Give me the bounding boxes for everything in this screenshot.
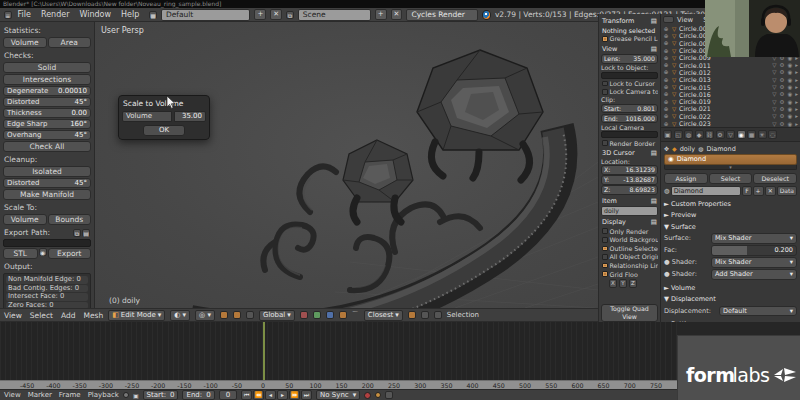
modifier-icon[interactable]: ▽ — [772, 99, 776, 105]
volume-section[interactable]: ► Volume — [664, 281, 797, 293]
wrench-icon[interactable]: ⚙ — [779, 84, 784, 90]
assign-button[interactable]: Assign — [664, 173, 708, 184]
delete-layout-button[interactable]: ✕ — [270, 9, 282, 20]
visibility-icon[interactable]: ◉ — [787, 84, 792, 90]
new-material-button[interactable]: + — [753, 186, 764, 196]
outliner-item[interactable]: ⊕▽Circle.023▽⚙◉▸ — [663, 120, 798, 127]
screen-icon[interactable]: ⧉ — [286, 11, 294, 19]
expand-icon[interactable]: ⊕ — [663, 55, 669, 61]
expand-icon[interactable]: ⊕ — [663, 121, 669, 127]
pivot-selector[interactable]: ◎ ▾ — [195, 310, 215, 321]
cursor-y-value[interactable]: -13.82687 — [623, 176, 655, 184]
clip-start-value[interactable]: 0.801 — [637, 105, 655, 113]
select-icon[interactable]: ▸ — [795, 121, 798, 127]
wrench-icon[interactable]: ⚙ — [779, 121, 784, 127]
scale-bounds-button[interactable]: Bounds — [48, 214, 92, 225]
select-icon[interactable]: ▸ — [795, 84, 798, 90]
select-icon[interactable]: ▸ — [795, 77, 798, 83]
expand-icon[interactable]: ⊕ — [663, 113, 669, 119]
wrench-icon[interactable]: ⚙ — [779, 113, 784, 119]
cursor-z-value[interactable]: 8.69823 — [629, 186, 655, 194]
rotate-manipulator-icon[interactable] — [313, 311, 321, 319]
item-header[interactable]: Item — [602, 197, 617, 205]
modifier-icon[interactable]: ▽ — [772, 84, 776, 90]
viewport-menu-mesh[interactable]: Mesh — [83, 311, 103, 320]
menu-help[interactable]: Help — [121, 10, 139, 19]
displacement-selector[interactable]: Default▾ — [719, 306, 797, 317]
timeline-menu-marker[interactable]: Marker — [28, 391, 52, 399]
layout-selector[interactable]: Default — [161, 9, 251, 21]
display-option-only-render[interactable]: Only Render — [601, 227, 658, 236]
outliner-item[interactable]: ⊕▽Circle.015▽⚙◉▸ — [663, 83, 798, 90]
vertex-select-button[interactable] — [220, 311, 228, 319]
expand-icon[interactable]: ⊕ — [663, 69, 669, 75]
shader2-selector[interactable]: Add Shader▾ — [711, 269, 797, 280]
expand-icon[interactable]: ⊕ — [663, 62, 669, 68]
prev-keyframe-button[interactable]: ⏪ — [253, 390, 264, 400]
check-setting-edge-sharp[interactable]: Edge Sharp160° — [3, 119, 91, 129]
display-option-all-object-origins[interactable]: All Object Origins — [601, 253, 658, 262]
visibility-icon[interactable]: ◉ — [787, 113, 792, 119]
material-name-input[interactable]: Diamond — [671, 186, 741, 196]
expand-icon[interactable]: ⊕ — [663, 26, 669, 32]
view-section-header[interactable]: View — [602, 45, 617, 53]
wrench-icon[interactable]: ⚙ — [779, 62, 784, 68]
expand-icon[interactable]: ⊕ — [663, 91, 669, 97]
select-icon[interactable]: ▸ — [795, 69, 798, 75]
menu-render[interactable]: Render — [41, 10, 69, 19]
surface-section[interactable]: ▼ Surface — [664, 220, 797, 232]
jump-to-start-button[interactable]: ⏮ — [241, 390, 252, 400]
volume-button[interactable]: Volume — [3, 37, 47, 48]
timeline-menu-playback[interactable]: Playback — [88, 391, 119, 399]
item-name-input[interactable]: doily — [601, 206, 658, 216]
check-setting-thickness[interactable]: Thickness0.00 — [3, 108, 91, 118]
texture-tab-icon[interactable]: ▦ — [747, 130, 756, 139]
face-select-button[interactable] — [246, 311, 254, 319]
wrench-icon[interactable]: ⚙ — [779, 69, 784, 75]
solid-button[interactable]: Solid — [3, 62, 91, 73]
grid-axis-z[interactable]: Z — [629, 279, 637, 288]
shader1-selector[interactable]: Mix Shader▾ — [711, 257, 797, 268]
scale-volume-button[interactable]: Volume — [3, 214, 47, 225]
data-tab-icon[interactable]: ▽ — [726, 130, 735, 139]
checkbox[interactable] — [602, 254, 608, 260]
modifiers-tab-icon[interactable]: ⚙ — [716, 130, 725, 139]
preview-section[interactable]: ► Preview — [664, 209, 797, 221]
fake-user-button[interactable]: F — [742, 186, 751, 196]
outliner-item[interactable]: ⊕▽Circle.013▽⚙◉▸ — [663, 76, 798, 83]
cursor-3d-header[interactable]: 3D Cursor — [602, 149, 635, 157]
checkbox[interactable] — [602, 228, 608, 234]
play-reverse-button[interactable]: ◂ — [265, 390, 276, 400]
area-button[interactable]: Area — [48, 37, 92, 48]
visibility-icon[interactable]: ◉ — [787, 121, 792, 127]
checkbox[interactable] — [602, 246, 608, 252]
orientation-selector[interactable]: Global▾ — [259, 310, 295, 321]
modifier-icon[interactable]: ▽ — [772, 77, 776, 83]
object-tab-icon[interactable]: ◆ — [695, 130, 704, 139]
folder-icon[interactable]: ▤ — [82, 229, 90, 237]
edge-select-button[interactable] — [233, 311, 241, 319]
modifier-icon[interactable]: ▽ — [772, 113, 776, 119]
modifier-icon[interactable]: ▽ — [772, 62, 776, 68]
record-button[interactable] — [364, 392, 371, 399]
render-tab-icon[interactable]: ▣ — [663, 130, 672, 139]
current-frame-field[interactable]: 0 — [219, 390, 237, 400]
clip-end-value[interactable]: 1016.000 — [625, 115, 655, 123]
export-path-input[interactable] — [3, 239, 91, 247]
expand-icon[interactable]: ⊕ — [663, 106, 669, 112]
outliner-item[interactable]: ⊕▽Circle.011▽⚙◉▸ — [663, 61, 798, 68]
layout-icon[interactable]: ▦ — [149, 11, 157, 19]
display-option-grid-floo[interactable]: Grid Floo — [601, 270, 658, 279]
shading-selector[interactable]: ◐ ▾ — [170, 310, 190, 321]
modifier-icon[interactable]: ▽ — [772, 91, 776, 97]
select-icon[interactable]: ▸ — [795, 106, 798, 112]
viewport-menu-view[interactable]: View — [4, 311, 22, 320]
deselect-button[interactable]: Deselect — [753, 173, 797, 184]
select-button[interactable]: Select — [709, 173, 753, 184]
sync-selector[interactable]: No Sync▾ — [316, 390, 360, 400]
data-link-button[interactable]: Data — [777, 186, 797, 196]
keying-icon[interactable] — [385, 391, 393, 399]
modifier-icon[interactable]: ▽ — [772, 121, 776, 127]
outliner-item[interactable]: ⊕▽Circle.019▽⚙◉▸ — [663, 98, 798, 105]
timeline-menu-view[interactable]: View — [4, 391, 21, 399]
